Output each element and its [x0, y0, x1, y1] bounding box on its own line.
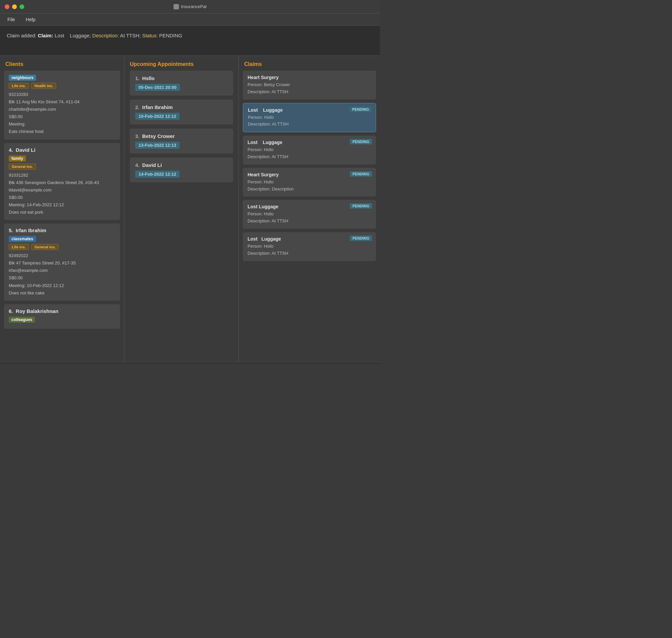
ins-tag-life: Life ins. — [9, 244, 29, 250]
notification-bar: Claim added: Claim: Lost Luggage; Descri… — [0, 26, 380, 56]
claim-detail: Person: Hsllo Description: At TTSH — [247, 211, 371, 225]
notification-text: Claim added: Claim: Lost Luggage; Descri… — [7, 32, 373, 40]
ins-tag-life: Life ins. — [9, 83, 29, 89]
client-name: 4. David Li — [9, 147, 115, 153]
claim-detail: Person: Hsllo Description: At TTSH — [247, 243, 371, 257]
claims-panel: Claims Heart Surgery Person: Betsy Crowe… — [239, 56, 380, 362]
pending-badge: PENDING — [350, 139, 372, 144]
client-tag: colleagues — [9, 317, 35, 323]
client-card[interactable]: 5. Irfan Ibrahim classmates Life ins. Ge… — [4, 223, 120, 301]
pending-badge: PENDING — [350, 236, 372, 241]
client-phone: 93210283 — [9, 91, 115, 98]
appointment-card[interactable]: 4. David Li 14-Feb-2022 12:12 — [130, 157, 233, 182]
client-email: charlotte@example.com — [9, 106, 115, 113]
client-detail: 91031282 Blk 436 Serangoon Gardens Stree… — [9, 172, 115, 216]
clients-list[interactable]: neighbours Life ins. Health ins. 9321028… — [0, 71, 124, 362]
client-notes: Eats chinese food — [9, 128, 115, 135]
claim-card[interactable]: PENDING Lost Luggage Person: Hsllo Descr… — [243, 136, 376, 165]
client-name: 6. Roy Balakrishnan — [9, 308, 115, 314]
main-content: Clients neighbours Life ins. Health ins.… — [0, 56, 380, 362]
client-balance: S$0.00 — [9, 194, 115, 201]
client-card[interactable]: 6. Roy Balakrishnan colleagues — [4, 304, 120, 329]
appt-number: 1. — [135, 75, 142, 81]
menu-file[interactable]: File — [5, 16, 17, 23]
menu-help[interactable]: Help — [24, 16, 38, 23]
client-name: 5. Irfan Ibrahim — [9, 228, 115, 233]
claim-description: Description: At TTSH — [247, 218, 371, 225]
notif-desc-label: Description: — [92, 33, 119, 38]
appt-name: 3. Betsy Crower — [135, 133, 228, 139]
maximize-button[interactable] — [19, 4, 24, 9]
window-controls[interactable] — [5, 4, 24, 9]
appointments-panel: Upcoming Appointments 1. Hsllo 05-Dec-20… — [124, 56, 239, 362]
client-balance: S$0.00 — [9, 113, 115, 120]
client-card[interactable]: 4. David Li family General ins. 91031282… — [4, 143, 120, 220]
appt-date: 10-Feb-2022 12:12 — [135, 113, 179, 120]
app-icon — [174, 4, 179, 10]
client-notes: Does not like cake — [9, 289, 115, 297]
client-detail: 92492022 Blk 47 Tampines Street 20, #17-… — [9, 252, 115, 297]
client-notes: Does not eat pork — [9, 208, 115, 216]
claim-person: Person: Hsllo — [248, 114, 371, 121]
client-meeting: Meeting: — [9, 120, 115, 128]
pending-badge: PENDING — [350, 171, 372, 177]
client-tag: neighbours — [9, 75, 36, 81]
client-card[interactable]: neighbours Life ins. Health ins. 9321028… — [4, 71, 120, 140]
window-title: InsurancePal — [174, 4, 207, 10]
appt-number: 4. — [135, 162, 142, 168]
client-detail: 93210283 Blk 11 Ang Mo Kio Street 74, #1… — [9, 91, 115, 136]
appointment-card[interactable]: 2. Irfan Ibrahim 10-Feb-2022 12:12 — [130, 100, 233, 124]
appt-date: 14-Feb-2022 12:12 — [135, 171, 179, 178]
claim-card[interactable]: PENDING Lost Luggage Person: Hsllo Descr… — [243, 232, 376, 261]
appointment-card[interactable]: 3. Betsy Crower 13-Feb-2022 12:13 — [130, 129, 233, 153]
client-address: Blk 11 Ang Mo Kio Street 74, #11-04 — [9, 98, 115, 106]
ins-tag-general: General ins. — [31, 244, 58, 250]
client-phone: 91031282 — [9, 172, 115, 179]
claim-card[interactable]: PENDING Heart Surgery Person: Hsllo Desc… — [243, 168, 376, 197]
appointment-card[interactable]: 1. Hsllo 05-Dec-2021 20:00 — [130, 71, 233, 96]
client-address: Blk 436 Serangoon Gardens Street 26, #16… — [9, 179, 115, 186]
clients-panel: Clients neighbours Life ins. Health ins.… — [0, 56, 124, 362]
claim-description: Description: Description — [247, 186, 371, 193]
claim-description: Description: At TTSH — [247, 153, 371, 161]
close-button[interactable] — [5, 4, 10, 9]
claim-person: Person: Hsllo — [247, 179, 371, 186]
appointments-header: Upcoming Appointments — [124, 56, 239, 71]
notif-status-value: PENDING — [158, 33, 182, 38]
claim-card[interactable]: PENDING Lost Luggage Person: Hsllo Descr… — [243, 103, 376, 133]
notif-desc-value: At TTSH; — [119, 33, 142, 38]
client-meeting: Meeting: 14-Feb-2022 12:12 — [9, 201, 115, 208]
claim-person: Person: Betsy Crower — [247, 81, 371, 88]
client-address: Blk 47 Tampines Street 20, #17-35 — [9, 259, 115, 267]
appt-name: 1. Hsllo — [135, 75, 228, 81]
pending-badge: PENDING — [350, 203, 372, 208]
statusbar: /data/addressbook.json — [0, 362, 380, 364]
notif-prefix: Claim added: — [7, 33, 38, 38]
claim-person: Person: Hsllo — [247, 243, 371, 250]
notif-status-label: Status: — [142, 33, 158, 38]
ins-tag-general: General ins. — [9, 164, 36, 170]
minimize-button[interactable] — [12, 4, 17, 9]
client-phone: 92492022 — [9, 252, 115, 259]
pending-badge: PENDING — [349, 107, 372, 112]
claims-header: Claims — [239, 56, 380, 71]
claim-detail: Person: Betsy Crower Description: At TTS… — [247, 81, 371, 96]
client-email: lidavid@example.com — [9, 186, 115, 194]
claim-description: Description: At TTSH — [248, 121, 371, 128]
claim-card[interactable]: PENDING Lost Luggage Person: Hsllo Descr… — [243, 200, 376, 229]
claim-card[interactable]: Heart Surgery Person: Betsy Crower Descr… — [243, 71, 376, 100]
appointments-list[interactable]: 1. Hsllo 05-Dec-2021 20:00 2. Irfan Ibra… — [124, 71, 239, 362]
appt-date: 13-Feb-2022 12:13 — [135, 142, 179, 149]
claim-person: Person: Hsllo — [247, 211, 371, 218]
ins-tag-health: Health ins. — [31, 83, 56, 89]
notif-claim-label: Claim: — [38, 33, 53, 38]
appt-name: 4. David Li — [135, 162, 228, 168]
client-balance: S$0.00 — [9, 274, 115, 282]
client-meeting: Meeting: 10-Feb-2022 12:12 — [9, 282, 115, 289]
claim-detail: Person: Hsllo Description: Description — [247, 179, 371, 193]
claims-list[interactable]: Heart Surgery Person: Betsy Crower Descr… — [239, 71, 380, 362]
appt-number: 2. — [135, 104, 142, 110]
claim-title: Heart Surgery — [247, 75, 371, 80]
titlebar: InsurancePal — [0, 0, 380, 14]
appt-date: 05-Dec-2021 20:00 — [135, 84, 180, 91]
